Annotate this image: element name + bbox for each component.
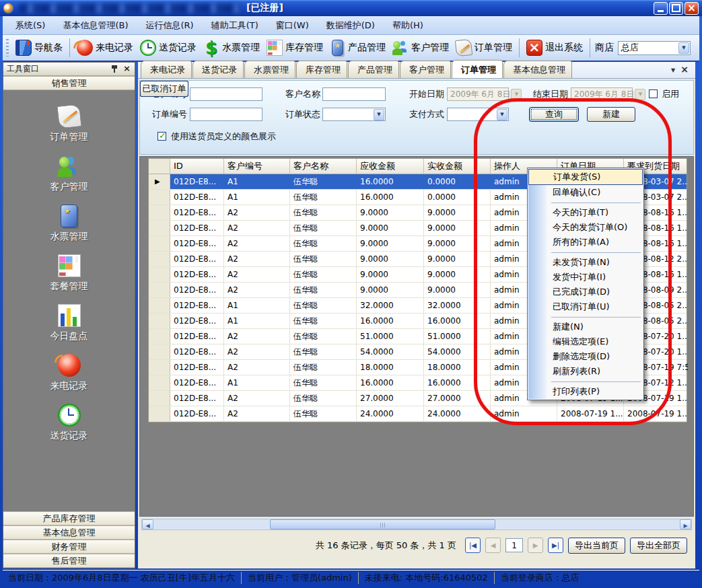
- first-page-button[interactable]: |◀: [465, 538, 481, 553]
- tab[interactable]: 客户管理: [400, 61, 451, 78]
- context-menu-item[interactable]: [528, 379, 643, 384]
- toolbar-product-button[interactable]: 产品管理: [326, 38, 389, 58]
- toolbar-order-button[interactable]: 订单管理: [452, 38, 516, 58]
- toolbar-grip[interactable]: [6, 39, 9, 57]
- end-date-picker[interactable]: 2009年 6月 8日: [571, 87, 633, 101]
- column-header-received[interactable]: 实收金额: [424, 159, 491, 174]
- menubar-item[interactable]: 数据维护(D): [318, 16, 384, 35]
- table-row[interactable]: 012D-E8... A2 伍华聪 24.0000 24.0000 admin …: [149, 406, 687, 422]
- context-menu-item[interactable]: 未发货订单(N): [528, 255, 643, 270]
- maximize-button[interactable]: [669, 2, 683, 15]
- row-selector-cell[interactable]: [149, 267, 170, 282]
- sidebar-close-icon[interactable]: [122, 65, 131, 73]
- column-header-receivable[interactable]: 应收金额: [357, 159, 424, 174]
- sidebar-group-sales[interactable]: 销售管理: [3, 76, 135, 90]
- context-menu-item[interactable]: 已取消订单(U): [528, 299, 643, 314]
- tab-close-icon[interactable]: [680, 64, 689, 75]
- sidebar-group-button[interactable]: 财务管理: [3, 540, 135, 554]
- row-selector-cell[interactable]: [149, 360, 170, 375]
- toolbar-water-ticket-button[interactable]: 水票管理: [200, 38, 263, 58]
- menubar-item[interactable]: 运行信息(R): [137, 16, 202, 35]
- sidebar-item-order-management[interactable]: 订单管理: [50, 105, 88, 143]
- row-selector-cell[interactable]: [149, 329, 170, 344]
- context-menu-item[interactable]: 今天的订单(T): [528, 205, 643, 220]
- export-all-pages-button[interactable]: 导出全部页: [630, 538, 687, 554]
- context-menu-item[interactable]: 新建(N): [528, 320, 643, 334]
- column-header-customer-no[interactable]: 客户编号: [224, 159, 290, 174]
- last-page-button[interactable]: ▶|: [548, 538, 563, 553]
- order-no-input[interactable]: [190, 108, 262, 121]
- customer-no-input[interactable]: [190, 87, 262, 101]
- tab[interactable]: 水票管理: [244, 61, 295, 78]
- next-page-button[interactable]: ▶: [528, 538, 543, 553]
- minimize-button[interactable]: [654, 2, 668, 15]
- sidebar-item-customer-management[interactable]: 客户管理: [50, 155, 88, 193]
- context-menu-item[interactable]: 编辑选定项(E): [528, 334, 643, 349]
- export-current-page-button[interactable]: 导出当前页: [568, 538, 625, 554]
- toolbar-customer-button[interactable]: 客户管理: [389, 38, 452, 58]
- context-menu-item[interactable]: 发货中订单(I): [528, 270, 643, 285]
- scroll-left-icon[interactable]: [142, 519, 153, 529]
- context-menu-item[interactable]: 订单发货(S): [528, 169, 643, 185]
- scroll-right-icon[interactable]: [680, 519, 691, 529]
- prev-page-button[interactable]: ◀: [485, 538, 501, 553]
- context-menu-item[interactable]: 所有的订单(A): [528, 235, 643, 250]
- row-selector-cell[interactable]: [149, 236, 170, 251]
- tab[interactable]: 订单管理: [452, 60, 503, 78]
- tab-list-dropdown-icon[interactable]: [671, 65, 675, 74]
- row-selector-cell[interactable]: [149, 252, 170, 266]
- scrollbar-thumb[interactable]: [270, 519, 495, 529]
- toolbar-exit-button[interactable]: 退出系统: [523, 38, 586, 58]
- context-menu-item[interactable]: 刷新列表(R): [528, 364, 643, 379]
- context-menu-item[interactable]: [528, 250, 643, 255]
- new-button[interactable]: 新建: [587, 107, 635, 122]
- sidebar-group-button[interactable]: 售后管理: [3, 554, 135, 568]
- context-menu-item[interactable]: 已完成订单(D): [528, 285, 643, 299]
- column-header-customer-name[interactable]: 客户名称: [290, 159, 357, 174]
- sidebar-item-package-management[interactable]: 套餐管理: [50, 254, 88, 293]
- row-selector-cell[interactable]: [149, 298, 170, 313]
- enable-date-checkbox[interactable]: [649, 89, 658, 98]
- row-selector-cell[interactable]: [149, 174, 170, 189]
- toolbar-inventory-button[interactable]: 库存管理: [263, 38, 326, 58]
- row-selector-cell[interactable]: [149, 314, 170, 328]
- sidebar-item-delivery-log[interactable]: 送货记录: [50, 404, 88, 442]
- page-number-input[interactable]: [505, 538, 523, 552]
- context-menu-item[interactable]: 打印列表(P): [528, 384, 643, 399]
- context-menu-item[interactable]: 删除选定项(D): [528, 349, 643, 364]
- tab[interactable]: 送货记录: [192, 61, 244, 78]
- context-menu-item[interactable]: [528, 200, 643, 205]
- menubar-item[interactable]: 帮助(H): [384, 16, 432, 35]
- sidebar-group-button[interactable]: 产品库存管理: [3, 511, 135, 525]
- horizontal-scrollbar[interactable]: [141, 519, 692, 530]
- sidebar-item-water-ticket[interactable]: 水票管理: [50, 205, 88, 243]
- row-selector-cell[interactable]: [149, 221, 170, 235]
- toolbar-delivery-log-button[interactable]: 送货记录: [137, 38, 200, 58]
- menubar-item[interactable]: 窗口(W): [267, 16, 318, 35]
- order-status-filter-button[interactable]: 已取消订单: [140, 81, 188, 97]
- customer-name-input[interactable]: [322, 87, 386, 101]
- sidebar-item-call-log[interactable]: 来电记录: [50, 354, 88, 392]
- shop-select[interactable]: 总店: [618, 41, 691, 55]
- toolbar-nav-button[interactable]: 导航条: [12, 38, 66, 58]
- context-menu-item[interactable]: 今天的发货订单(O): [528, 220, 643, 235]
- column-header-id[interactable]: ID: [170, 159, 224, 174]
- tab[interactable]: 产品管理: [348, 61, 399, 78]
- row-selector-cell[interactable]: [149, 344, 170, 359]
- row-selector-cell[interactable]: [149, 391, 170, 406]
- row-selector-cell[interactable]: [149, 406, 170, 421]
- context-menu-item[interactable]: 回单确认(C): [528, 185, 643, 200]
- sidebar-item-daily-inventory[interactable]: 今日盘点: [50, 304, 88, 342]
- order-status-select[interactable]: [322, 108, 386, 121]
- row-selector-cell[interactable]: [149, 205, 170, 220]
- pin-icon[interactable]: [111, 65, 118, 73]
- tab[interactable]: 库存管理: [296, 61, 347, 78]
- tab[interactable]: 基本信息管理: [503, 61, 572, 78]
- menubar-item[interactable]: 系统(S): [7, 16, 54, 35]
- chevron-down-icon[interactable]: [678, 42, 689, 54]
- delivery-color-checkbox[interactable]: [157, 132, 166, 141]
- row-selector-cell[interactable]: [149, 190, 170, 205]
- close-button[interactable]: [685, 2, 699, 15]
- query-button[interactable]: 查询: [529, 107, 579, 122]
- start-date-picker[interactable]: 2009年 6月 8日: [447, 87, 509, 101]
